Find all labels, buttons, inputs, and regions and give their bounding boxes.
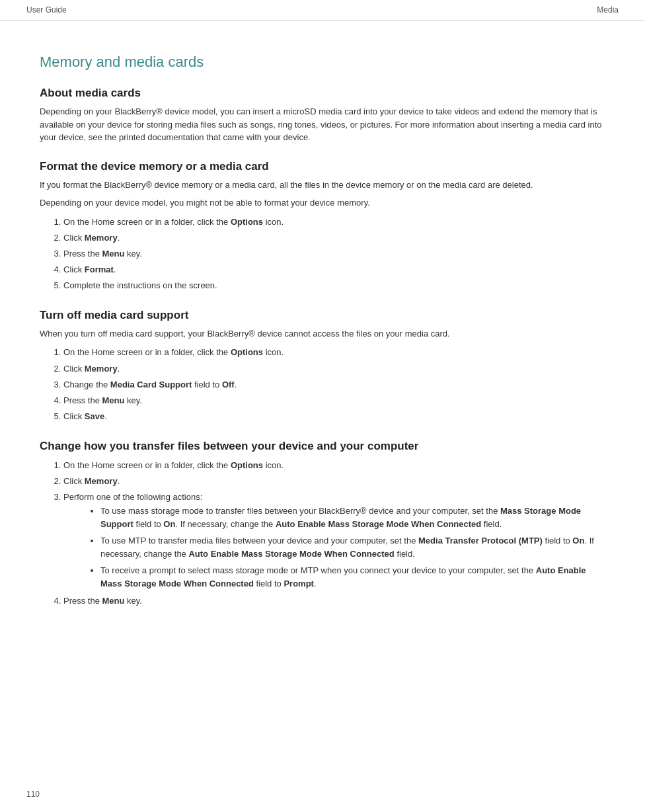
turn-off-steps: On the Home screen or in a folder, click… xyxy=(63,345,605,423)
turn-off-step-2: Click Memory. xyxy=(63,362,605,376)
page-header: User Guide Media xyxy=(0,0,645,20)
header-left-label: User Guide xyxy=(26,5,67,15)
bullet-2: To use MTP to transfer media files betwe… xyxy=(100,534,605,560)
bullet-1: To use mass storage mode to transfer fil… xyxy=(100,505,605,530)
change-transfer-title: Change how you transfer files between yo… xyxy=(40,440,605,453)
header-right-label: Media xyxy=(597,5,619,15)
page-footer: 110 xyxy=(26,790,40,799)
format-step-3: Press the Menu key. xyxy=(63,247,605,261)
section-about-media-cards: About media cards Depending on your Blac… xyxy=(40,87,605,144)
format-device-para1: If you format the BlackBerry® device mem… xyxy=(40,179,605,192)
section-change-transfer: Change how you transfer files between yo… xyxy=(40,440,605,608)
format-step-5: Complete the instructions on the screen. xyxy=(63,278,605,293)
format-device-title: Format the device memory or a media card xyxy=(40,160,605,173)
turn-off-para1: When you turn off media card support, yo… xyxy=(40,327,605,341)
change-transfer-bullets: To use mass storage mode to transfer fil… xyxy=(100,505,605,590)
turn-off-title: Turn off media card support xyxy=(40,309,605,322)
format-device-para2: Depending on your device model, you migh… xyxy=(40,196,605,210)
page-number: 110 xyxy=(26,790,40,799)
change-transfer-step-4: Press the Menu key. xyxy=(63,594,605,608)
change-transfer-step-2: Click Memory. xyxy=(63,474,605,489)
section-format-device-memory: Format the device memory or a media card… xyxy=(40,160,605,293)
turn-off-step-3: Change the Media Card Support field to O… xyxy=(63,378,605,392)
about-media-cards-title: About media cards xyxy=(40,87,605,100)
change-transfer-steps: On the Home screen or in a folder, click… xyxy=(63,458,605,608)
section-turn-off-media-card: Turn off media card support When you tur… xyxy=(40,309,605,424)
turn-off-step-4: Press the Menu key. xyxy=(63,393,605,408)
about-media-cards-para1: Depending on your BlackBerry® device mod… xyxy=(40,105,605,144)
format-step-1: On the Home screen or in a folder, click… xyxy=(63,215,605,229)
turn-off-step-5: Click Save. xyxy=(63,409,605,424)
format-step-2: Click Memory. xyxy=(63,231,605,245)
format-step-4: Click Format. xyxy=(63,263,605,277)
page-content: Memory and media cards About media cards… xyxy=(0,20,645,640)
bullet-3: To receive a prompt to select mass stora… xyxy=(100,564,605,590)
change-transfer-step-1: On the Home screen or in a folder, click… xyxy=(63,458,605,473)
turn-off-step-1: On the Home screen or in a folder, click… xyxy=(63,345,605,360)
main-title: Memory and media cards xyxy=(40,54,605,71)
change-transfer-step-3: Perform one of the following actions: To… xyxy=(63,490,605,590)
format-device-steps: On the Home screen or in a folder, click… xyxy=(63,215,605,293)
